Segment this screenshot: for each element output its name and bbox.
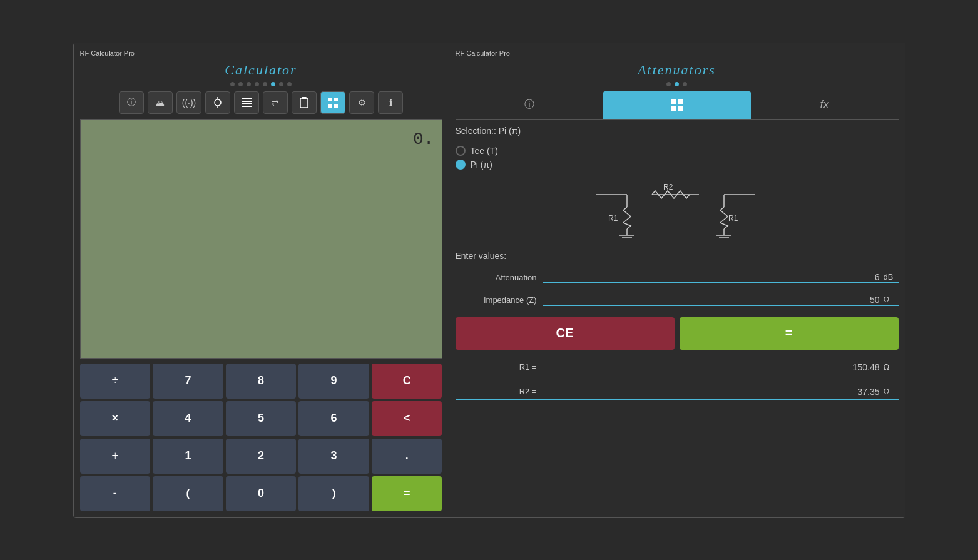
key-4[interactable]: 4 bbox=[153, 401, 223, 436]
key-open-paren[interactable]: ( bbox=[153, 476, 223, 511]
impedance-input-area[interactable]: 50 Ω bbox=[543, 295, 899, 306]
att-title: Attenuators bbox=[456, 62, 899, 78]
toolbar-info[interactable]: ⓘ bbox=[119, 91, 144, 114]
ce-button[interactable]: CE bbox=[456, 317, 675, 350]
svg-rect-16 bbox=[678, 106, 683, 111]
attenuation-label: Attenuation bbox=[456, 273, 543, 282]
toolbar-filter[interactable] bbox=[234, 91, 259, 114]
key-2[interactable]: 2 bbox=[226, 439, 297, 474]
dot-6 bbox=[271, 82, 275, 86]
toolbar-info2[interactable]: ℹ bbox=[378, 91, 403, 114]
svg-rect-9 bbox=[328, 98, 332, 101]
r2-result-unit: Ω bbox=[884, 387, 899, 396]
key-0[interactable]: 0 bbox=[226, 476, 297, 511]
radio-pi-circle bbox=[456, 160, 466, 170]
r2-result-row: R2 = 37.35 Ω bbox=[456, 387, 899, 400]
key-plus[interactable]: + bbox=[80, 439, 151, 474]
toolbar: ⓘ ⛰ ((·)) ⇄ ⚙ ℹ bbox=[80, 91, 442, 114]
svg-rect-12 bbox=[334, 104, 338, 108]
svg-rect-14 bbox=[678, 99, 683, 104]
svg-text:R1: R1 bbox=[608, 214, 618, 223]
tab-grid[interactable] bbox=[603, 91, 751, 119]
r2-result-label: R2 = bbox=[456, 387, 543, 396]
key-dot[interactable]: . bbox=[372, 439, 442, 474]
keypad: ÷ 7 8 9 C × 4 5 6 < + 1 2 3 . - ( 0 ) = bbox=[80, 364, 442, 511]
attenuation-input-area[interactable]: 6 dB bbox=[543, 272, 899, 283]
svg-rect-10 bbox=[334, 98, 338, 101]
key-equals[interactable]: = bbox=[372, 476, 442, 511]
attenuation-row: Attenuation 6 dB bbox=[456, 272, 899, 283]
key-minus[interactable]: - bbox=[80, 476, 151, 511]
dot-1 bbox=[230, 82, 235, 86]
key-1[interactable]: 1 bbox=[153, 439, 223, 474]
right-panel: RF Calculator Pro Attenuators ⓘ fx Selec… bbox=[449, 43, 905, 517]
toolbar-clipboard[interactable] bbox=[292, 91, 317, 114]
toolbar-settings[interactable]: ⚙ bbox=[349, 91, 374, 114]
r1-result-row: R1 = 150.48 Ω bbox=[456, 362, 899, 375]
attenuation-unit: dB bbox=[884, 272, 899, 282]
toolbar-satellite[interactable] bbox=[205, 91, 230, 114]
svg-rect-5 bbox=[242, 103, 252, 104]
svg-point-0 bbox=[215, 99, 221, 106]
radio-tee-circle bbox=[456, 146, 466, 156]
equals-button[interactable]: = bbox=[680, 317, 899, 350]
toolbar-arrows[interactable]: ⇄ bbox=[263, 91, 288, 114]
r1-result-value: 150.48 bbox=[543, 362, 884, 372]
impedance-unit: Ω bbox=[884, 295, 899, 304]
tab-formula[interactable]: fx bbox=[751, 91, 899, 119]
content-area: Selection:: Pi (π) Tee (T) Pi (π) bbox=[456, 126, 899, 511]
dot-7 bbox=[279, 82, 283, 86]
calculator-display: 0. bbox=[80, 119, 442, 359]
app-container: RF Calculator Pro Calculator ⓘ ⛰ ((·)) ⇄ bbox=[73, 43, 905, 518]
toolbar-grid[interactable] bbox=[320, 91, 345, 114]
toolbar-mountain[interactable]: ⛰ bbox=[148, 91, 173, 114]
dot-3 bbox=[247, 82, 251, 86]
svg-rect-11 bbox=[328, 104, 332, 108]
svg-rect-4 bbox=[242, 101, 252, 102]
action-buttons: CE = bbox=[456, 317, 899, 350]
svg-rect-3 bbox=[242, 98, 252, 99]
impedance-value: 50 bbox=[543, 295, 884, 305]
display-value: 0. bbox=[413, 130, 434, 149]
key-multiply[interactable]: × bbox=[80, 401, 151, 436]
left-dot-nav bbox=[80, 82, 442, 86]
r2-result-value: 37.35 bbox=[543, 387, 884, 397]
svg-rect-8 bbox=[302, 97, 306, 99]
key-divide[interactable]: ÷ bbox=[80, 364, 151, 399]
toolbar-wifi[interactable]: ((·)) bbox=[176, 91, 201, 114]
svg-rect-15 bbox=[671, 106, 676, 111]
key-clear[interactable]: C bbox=[372, 364, 442, 399]
key-5[interactable]: 5 bbox=[226, 401, 297, 436]
impedance-label: Impedance (Z) bbox=[456, 295, 543, 305]
radio-tee-label: Tee (T) bbox=[471, 146, 498, 156]
svg-rect-6 bbox=[242, 106, 252, 107]
radio-group: Tee (T) Pi (π) bbox=[456, 146, 899, 170]
svg-rect-13 bbox=[671, 99, 676, 104]
enter-values-label: Enter values: bbox=[456, 251, 899, 261]
key-3[interactable]: 3 bbox=[298, 439, 369, 474]
key-9[interactable]: 9 bbox=[298, 364, 369, 399]
radio-pi[interactable]: Pi (π) bbox=[456, 160, 899, 170]
key-close-paren[interactable]: ) bbox=[298, 476, 369, 511]
tab-info[interactable]: ⓘ bbox=[456, 91, 603, 119]
rdot-3 bbox=[683, 82, 687, 86]
key-6[interactable]: 6 bbox=[298, 401, 369, 436]
selection-label: Selection:: Pi (π) bbox=[456, 126, 899, 136]
radio-pi-label: Pi (π) bbox=[471, 160, 492, 170]
dot-8 bbox=[287, 82, 292, 86]
tab-bar: ⓘ fx bbox=[456, 91, 899, 120]
svg-rect-7 bbox=[300, 98, 308, 108]
key-7[interactable]: 7 bbox=[153, 364, 223, 399]
key-8[interactable]: 8 bbox=[226, 364, 297, 399]
rdot-2 bbox=[675, 82, 679, 86]
circuit-diagram: R2 R1 R1 bbox=[456, 182, 899, 238]
key-backspace[interactable]: < bbox=[372, 401, 442, 436]
svg-text:R2: R2 bbox=[663, 183, 673, 191]
calc-title: Calculator bbox=[80, 62, 442, 78]
left-panel: RF Calculator Pro Calculator ⓘ ⛰ ((·)) ⇄ bbox=[74, 43, 449, 517]
dot-5 bbox=[263, 82, 267, 86]
attenuation-value: 6 bbox=[543, 272, 884, 282]
right-panel-title: RF Calculator Pro bbox=[456, 49, 899, 57]
radio-tee[interactable]: Tee (T) bbox=[456, 146, 899, 156]
left-panel-title: RF Calculator Pro bbox=[80, 49, 442, 57]
